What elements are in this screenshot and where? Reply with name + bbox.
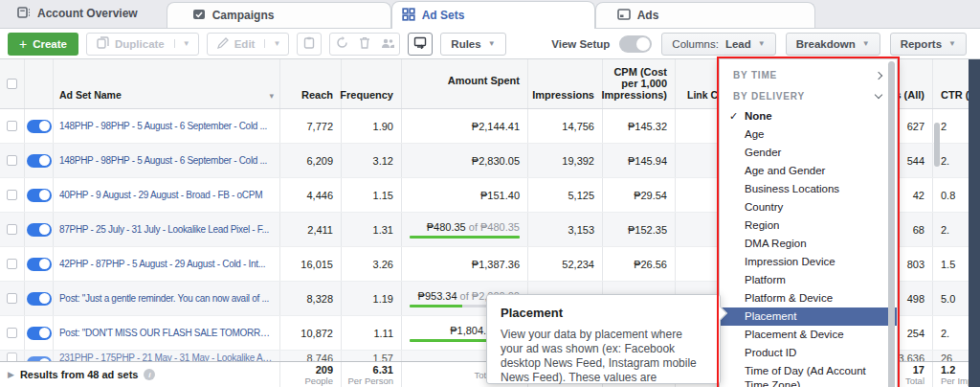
row-checkbox[interactable]	[7, 353, 17, 361]
menu-item-age[interactable]: Age	[720, 125, 897, 144]
reach-value: 6,209	[280, 144, 342, 177]
menu-item-none[interactable]: ✓None	[720, 107, 897, 125]
menu-item-gender[interactable]: Gender	[720, 144, 897, 162]
column-header-amount-spent[interactable]: Amount Spent	[402, 59, 528, 108]
duplicate-caret[interactable]: ▼	[174, 39, 198, 48]
columns-value: Lead	[725, 38, 751, 50]
trash-icon	[359, 35, 370, 53]
delete-button[interactable]	[353, 35, 376, 53]
clipboard-button[interactable]	[297, 33, 322, 56]
chevron-down-icon	[875, 91, 882, 99]
create-label: Create	[33, 38, 67, 50]
create-button[interactable]: + Create	[8, 33, 78, 56]
impressions-value: 52,234	[528, 247, 603, 281]
column-header-name[interactable]: Ad Set Name ▾	[54, 59, 280, 108]
frequency-value: 3.12	[342, 144, 402, 177]
column-header-impressions[interactable]: Impressions	[528, 59, 603, 108]
cpm-value: ₱26.56	[603, 247, 676, 281]
menu-item-placement-device[interactable]: Placement & Device	[720, 326, 897, 344]
toolbar: + Create Duplicate ▼ Edit ▼	[0, 29, 980, 59]
row-checkbox[interactable]	[7, 259, 17, 269]
info-icon[interactable]: i	[144, 369, 155, 380]
rules-label: Rules	[451, 38, 480, 50]
columns-prefix: Columns:	[672, 38, 719, 50]
edit-button[interactable]: Edit ▼	[207, 33, 290, 56]
ad-set-name-link[interactable]: Post: "Just a gentle reminder. You can n…	[59, 293, 274, 304]
ad-set-name-link[interactable]: 148PHP - 98PHP - 5 August - 6 September …	[59, 155, 274, 166]
menu-item-time-of-day-ad-account-time-zone[interactable]: Time of Day (Ad Account Time Zone)	[720, 362, 897, 387]
menu-item-dma-region[interactable]: DMA Region	[720, 235, 897, 253]
account-overview-icon	[17, 6, 31, 22]
expand-triangle-icon[interactable]: ▶	[8, 370, 14, 379]
amount-spent-value: ₱480.35 of ₱480.35	[402, 213, 528, 246]
select-all-checkbox[interactable]	[7, 79, 17, 89]
row-checkbox[interactable]	[7, 155, 17, 166]
tab-ad-sets[interactable]: Ad Sets	[391, 1, 595, 29]
export-icon	[413, 35, 427, 53]
ad-set-status-toggle[interactable]	[27, 292, 52, 306]
ad-set-name-link[interactable]: Post: "DON'T MISS OUR FLASH SALE TOMORRO…	[59, 328, 274, 338]
ads-manager-page: Account Overview Campaigns Ad Sets Ads +…	[0, 0, 980, 387]
ad-set-status-toggle[interactable]	[27, 189, 52, 202]
menu-item-business-locations[interactable]: Business Locations	[720, 180, 897, 198]
audience-button[interactable]	[376, 35, 399, 53]
tab-ads[interactable]: Ads	[595, 2, 815, 28]
ad-set-status-toggle[interactable]	[27, 223, 52, 237]
menu-item-age-and-gender[interactable]: Age and Gender	[720, 162, 897, 180]
view-setup-toggle[interactable]	[619, 35, 652, 53]
menu-item-region[interactable]: Region	[720, 216, 897, 235]
ad-set-name-link[interactable]: 42PHP - 87PHP - 5 August - 29 August - C…	[59, 259, 274, 269]
columns-button[interactable]: Columns: Lead ▼	[661, 33, 775, 56]
row-checkbox[interactable]	[7, 293, 17, 304]
export-button[interactable]	[408, 33, 433, 56]
menu-item-product-id[interactable]: Product ID	[720, 344, 897, 362]
ad-set-name-link[interactable]: 231PHP - 175PHP - 21 May - 31 May - Look…	[59, 353, 274, 361]
reach-value: 2,411	[280, 213, 342, 246]
rules-button[interactable]: Rules ▼	[440, 33, 505, 56]
menu-scrollbar[interactable]	[888, 61, 895, 387]
menu-item-platform-device[interactable]: Platform & Device	[720, 289, 897, 307]
cpm-value: ₱29.54	[603, 178, 676, 212]
ad-set-name-link[interactable]: 87PHP - 25 July - 31 July - Lookalike Le…	[59, 224, 274, 235]
frequency-value: 1.57	[342, 351, 402, 361]
edit-caret[interactable]: ▼	[264, 39, 288, 48]
reports-label: Reports	[901, 38, 942, 50]
menu-item-platform[interactable]: Platform	[720, 271, 897, 289]
reports-button[interactable]: Reports ▼	[890, 33, 967, 56]
ad-set-status-toggle[interactable]	[27, 327, 52, 340]
icon-button-group	[329, 33, 400, 56]
row-checkbox[interactable]	[7, 224, 17, 235]
tab-label: Account Overview	[37, 7, 138, 20]
tab-account-overview[interactable]: Account Overview	[0, 0, 167, 28]
menu-item-placement[interactable]: Placement	[720, 307, 897, 326]
chevron-down-icon: ▼	[948, 39, 956, 48]
ad-set-name-link[interactable]: 40PHP - 9 August - 29 August - Broad - F…	[59, 190, 274, 200]
column-header-reach[interactable]: Reach	[280, 59, 342, 108]
menu-item-country[interactable]: Country	[720, 198, 897, 216]
row-checkbox[interactable]	[7, 190, 17, 200]
placement-tooltip: Placement View your data by placement wh…	[486, 294, 721, 384]
ad-set-status-toggle[interactable]	[27, 258, 52, 271]
menu-section-by-delivery[interactable]: BY DELIVERY	[720, 86, 897, 107]
column-header-frequency[interactable]: Frequency	[342, 59, 402, 108]
table-scrollbar[interactable]	[934, 123, 940, 167]
row-checkbox[interactable]	[7, 121, 17, 131]
duplicate-button[interactable]: Duplicate ▼	[86, 33, 199, 56]
view-setup-label: View Setup	[551, 38, 610, 50]
sort-caret-icon: ▾	[269, 91, 274, 101]
ad-set-status-toggle[interactable]	[27, 120, 52, 133]
row-checkbox[interactable]	[7, 328, 17, 338]
ad-set-status-toggle[interactable]	[27, 154, 52, 168]
menu-item-impression-device[interactable]: Impression Device	[720, 253, 897, 271]
menu-section-by-time[interactable]: BY TIME	[720, 65, 897, 86]
duplicate-icon	[97, 36, 109, 51]
ad-set-name-link[interactable]: 148PHP - 98PHP - 5 August - 6 September …	[59, 121, 274, 131]
amount-spent-value: ₱1,387.36	[402, 247, 528, 281]
budget-progress-bar	[410, 236, 520, 239]
refresh-button[interactable]	[330, 35, 353, 53]
tab-campaigns[interactable]: Campaigns	[167, 2, 391, 28]
breakdown-button[interactable]: Breakdown ▼	[786, 33, 880, 56]
column-header-cpm[interactable]: CPM (Cost per 1,000 Impressions)	[603, 59, 676, 108]
toggle-column-header	[25, 59, 54, 108]
ad-sets-icon	[402, 8, 415, 24]
